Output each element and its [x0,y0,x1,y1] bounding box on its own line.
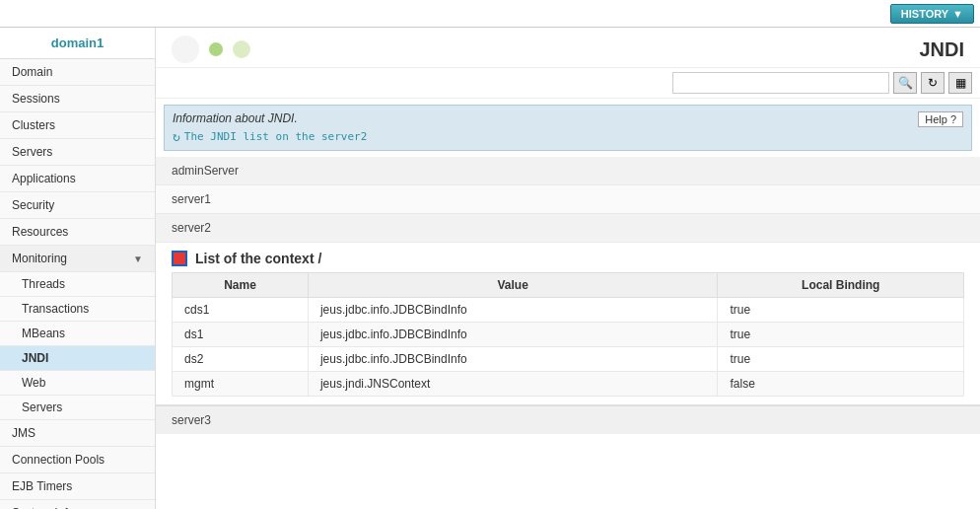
jndi-table: Name Value Local Binding cds1jeus.jdbc.i… [172,272,964,397]
cell-name: ds2 [173,347,309,372]
sidebar: domain1 Domain Sessions Clusters Servers… [0,28,156,509]
cell-local_binding: true [718,347,964,372]
domain-title[interactable]: domain1 [0,28,155,59]
sidebar-sub-web[interactable]: Web [0,371,155,396]
context-title: List of the context / [172,251,964,266]
context-section: List of the context / Name Value Local B… [156,243,980,405]
decoration-circle-sm [209,42,223,56]
server3-row: server3 [156,405,980,434]
decoration-circle-md [233,40,250,58]
sidebar-sub-mbeans[interactable]: MBeans [0,322,155,346]
cell-local_binding: false [718,372,964,397]
main-layout: domain1 Domain Sessions Clusters Servers… [0,28,980,509]
history-arrow: ▼ [952,8,963,20]
col-header-name: Name [173,273,309,298]
help-button[interactable]: Help ? [918,111,963,127]
grid-button[interactable]: ▦ [948,72,972,94]
monitoring-arrow: ▼ [133,254,143,264]
sidebar-item-connection-pools[interactable]: Connection Pools [0,447,155,473]
sidebar-item-sessions[interactable]: Sessions [0,86,155,112]
cell-local_binding: true [718,298,964,323]
cell-value: jeus.jdbc.info.JDBCBindInfo [308,347,718,372]
main-header: JNDI [156,28,980,68]
search-bar: 🔍 ↻ ▦ [156,68,980,99]
cell-name: mgmt [173,372,309,397]
server-row-server1: server1 [156,185,980,214]
sidebar-item-clusters[interactable]: Clusters [0,112,155,139]
main-content: JNDI 🔍 ↻ ▦ Information about JNDI. ↻ The… [156,28,980,509]
info-title: Information about JNDI. [173,111,367,125]
page-title: JNDI [919,38,964,61]
refresh-button[interactable]: ↻ [921,72,945,94]
sidebar-sub-servers-mon[interactable]: Servers [0,396,155,420]
context-icon [172,251,187,266]
sidebar-sub-jndi[interactable]: JNDI [0,346,155,371]
sidebar-section-monitoring[interactable]: Monitoring ▼ [0,246,155,272]
cell-local_binding: true [718,323,964,347]
search-input[interactable] [672,72,889,94]
cell-name: cds1 [173,298,309,323]
sidebar-item-applications[interactable]: Applications [0,166,155,192]
info-message: ↻ The JNDI list on the server2 [173,129,367,144]
cell-value: jeus.jndi.JNSContext [308,372,718,397]
sidebar-item-security[interactable]: Security [0,192,155,219]
search-button[interactable]: 🔍 [893,72,917,94]
server-row-admin: adminServer [156,157,980,185]
sidebar-sub-threads[interactable]: Threads [0,272,155,297]
cell-value: jeus.jdbc.info.JDBCBindInfo [308,323,718,347]
decoration-circle-lg [172,36,199,63]
info-content: Information about JNDI. ↻ The JNDI list … [173,111,367,144]
sidebar-item-servers[interactable]: Servers [0,139,155,166]
col-header-value: Value [308,273,718,298]
info-refresh-icon: ↻ [173,129,180,144]
cell-name: ds1 [173,323,309,347]
table-row: ds1jeus.jdbc.info.JDBCBindInfotrue [173,323,964,347]
topbar: HISTORY ▼ [0,0,980,28]
sidebar-item-system-info[interactable]: System Info [0,500,155,509]
sidebar-item-resources[interactable]: Resources [0,219,155,246]
history-label: HISTORY [901,8,948,20]
table-row: cds1jeus.jdbc.info.JDBCBindInfotrue [173,298,964,323]
sidebar-item-ejb-timers[interactable]: EJB Timers [0,473,155,500]
table-row: ds2jeus.jdbc.info.JDBCBindInfotrue [173,347,964,372]
col-header-local-binding: Local Binding [718,273,964,298]
info-box: Information about JNDI. ↻ The JNDI list … [164,105,972,151]
history-button[interactable]: HISTORY ▼ [890,4,974,24]
sidebar-item-domain[interactable]: Domain [0,59,155,86]
table-row: mgmtjeus.jndi.JNSContextfalse [173,372,964,397]
sidebar-item-jms[interactable]: JMS [0,420,155,447]
cell-value: jeus.jdbc.info.JDBCBindInfo [308,298,718,323]
sidebar-sub-transactions[interactable]: Transactions [0,297,155,322]
server-row-server2: server2 [156,214,980,243]
